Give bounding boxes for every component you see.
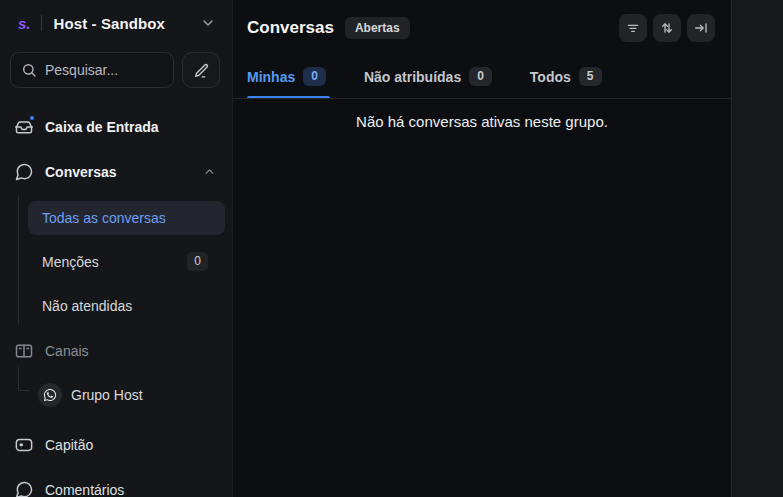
whatsapp-icon bbox=[38, 383, 62, 407]
workspace-switcher[interactable]: s. Host - Sandbox bbox=[0, 0, 232, 46]
sidebar-item-conversations[interactable]: Conversas bbox=[0, 155, 232, 188]
collapse-right-icon bbox=[693, 20, 709, 36]
sidebar-item-label: Grupo Host bbox=[71, 387, 143, 403]
tree-line bbox=[18, 390, 29, 391]
tab-label: Todos bbox=[530, 69, 571, 85]
brand-logo-icon: s. bbox=[18, 16, 31, 31]
list-header: Conversas Abertas bbox=[233, 0, 731, 55]
tab-unassigned[interactable]: Não atribuídas 0 bbox=[364, 55, 492, 98]
sidebar-item-all-conversations[interactable]: Todas as conversas bbox=[28, 201, 225, 235]
sidebar-item-channel-group-host[interactable]: Grupo Host bbox=[0, 378, 232, 412]
compose-pencil-icon bbox=[193, 62, 210, 79]
filter-lines-icon bbox=[625, 20, 641, 36]
sidebar-item-label: Comentários bbox=[45, 482, 124, 497]
search-row bbox=[0, 46, 232, 88]
sidebar-item-label: Menções bbox=[42, 254, 99, 270]
page-title: Conversas bbox=[247, 18, 334, 38]
sidebar-item-label: Todas as conversas bbox=[42, 210, 166, 226]
tab-all[interactable]: Todos 5 bbox=[530, 55, 602, 98]
sidebar-item-channels[interactable]: Canais bbox=[0, 334, 232, 367]
workspace-name: Host - Sandbox bbox=[54, 15, 165, 32]
sidebar: s. Host - Sandbox Caixa de Entr bbox=[0, 0, 233, 497]
search-input[interactable] bbox=[45, 62, 163, 78]
sort-arrows-icon bbox=[659, 20, 675, 36]
chat-bubble-icon bbox=[14, 162, 34, 182]
tab-label: Minhas bbox=[247, 69, 295, 85]
filter-button[interactable] bbox=[619, 14, 647, 42]
tab-count-badge: 0 bbox=[303, 67, 326, 87]
conversation-tabs: Minhas 0 Não atribuídas 0 Todos 5 bbox=[233, 55, 731, 99]
tree-line bbox=[18, 367, 19, 391]
empty-state-message: Não há conversas ativas neste grupo. bbox=[233, 99, 731, 130]
sidebar-item-label: Canais bbox=[45, 343, 89, 359]
chevron-up-icon bbox=[203, 165, 216, 178]
sidebar-item-comments[interactable]: Comentários bbox=[0, 473, 232, 497]
sidebar-item-label: Conversas bbox=[45, 164, 117, 180]
sidebar-item-inbox[interactable]: Caixa de Entrada bbox=[0, 110, 232, 143]
comment-bubble-icon bbox=[14, 480, 34, 497]
sidebar-item-mentions[interactable]: Menções 0 bbox=[0, 245, 232, 278]
tab-count-badge: 5 bbox=[579, 67, 602, 87]
inbox-tray-icon bbox=[14, 117, 34, 137]
sidebar-item-captain[interactable]: Capitão bbox=[0, 428, 232, 461]
search-box[interactable] bbox=[10, 52, 174, 88]
sidebar-item-label: Capitão bbox=[45, 437, 93, 453]
sidebar-item-label: Não atendidas bbox=[42, 298, 132, 314]
app-window: s. Host - Sandbox Caixa de Entr bbox=[0, 0, 783, 497]
mentions-count-badge: 0 bbox=[187, 252, 208, 270]
collapse-panel-button[interactable] bbox=[687, 14, 715, 42]
sidebar-nav: Caixa de Entrada Conversas Todas as conv… bbox=[0, 110, 232, 497]
chevron-down-icon bbox=[200, 15, 216, 31]
divider bbox=[41, 15, 42, 31]
search-icon bbox=[21, 62, 37, 78]
conversation-detail-panel bbox=[731, 0, 783, 497]
sidebar-item-label: Caixa de Entrada bbox=[45, 119, 159, 135]
sort-button[interactable] bbox=[653, 14, 681, 42]
tab-label: Não atribuídas bbox=[364, 69, 461, 85]
tab-mine[interactable]: Minhas 0 bbox=[247, 55, 326, 98]
captain-bot-icon bbox=[14, 435, 34, 455]
channels-panel-icon bbox=[14, 341, 34, 361]
sidebar-item-unattended[interactable]: Não atendidas bbox=[0, 289, 232, 322]
conversation-list-panel: Conversas Abertas Minhas 0 Não atribu bbox=[233, 0, 731, 497]
status-filter-badge[interactable]: Abertas bbox=[345, 17, 410, 39]
compose-button[interactable] bbox=[182, 52, 220, 88]
unread-dot bbox=[28, 114, 36, 122]
header-actions bbox=[619, 14, 715, 42]
tree-line bbox=[18, 196, 19, 324]
tab-count-badge: 0 bbox=[469, 67, 492, 87]
